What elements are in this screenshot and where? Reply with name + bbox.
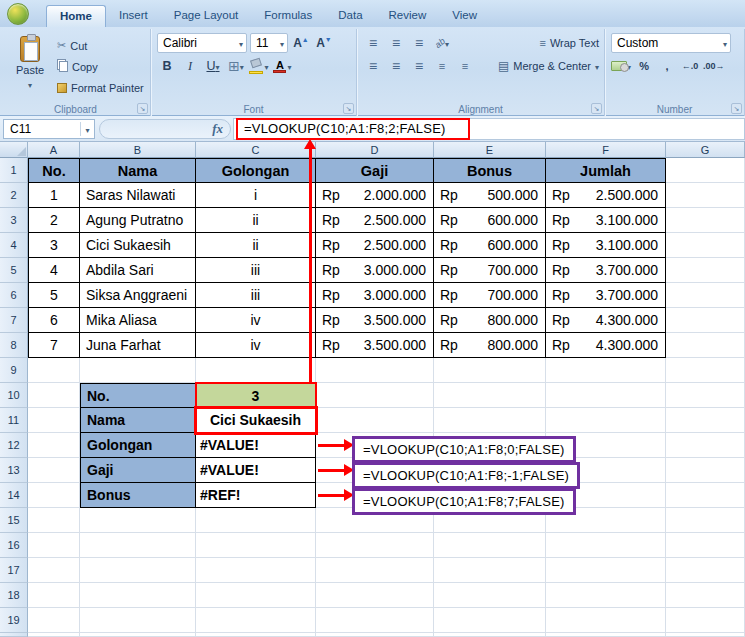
- cell-B2[interactable]: Saras Nilawati: [80, 183, 196, 208]
- cell-D5[interactable]: Rp3.000.000: [316, 258, 434, 283]
- cell-D11[interactable]: [316, 408, 434, 433]
- cell-D16[interactable]: [316, 533, 434, 558]
- cell-E11[interactable]: [434, 408, 546, 433]
- row-header-12[interactable]: 12: [0, 433, 28, 458]
- cell-F15[interactable]: [546, 508, 666, 533]
- tab-review[interactable]: Review: [376, 5, 440, 27]
- cell-F10[interactable]: [546, 383, 666, 408]
- cell-B17[interactable]: [80, 558, 196, 583]
- cell-C12[interactable]: #VALUE!: [196, 433, 316, 458]
- cell-C18[interactable]: [196, 583, 316, 608]
- cut-button[interactable]: Cut: [57, 36, 144, 55]
- align-right-button[interactable]: [409, 56, 429, 76]
- cell-A2[interactable]: 1: [28, 183, 80, 208]
- cell-E4[interactable]: Rp600.000: [434, 233, 546, 258]
- cell-B19[interactable]: [80, 608, 196, 633]
- cell-E15[interactable]: [434, 508, 546, 533]
- cell-C16[interactable]: [196, 533, 316, 558]
- cell-C19[interactable]: [196, 608, 316, 633]
- row-header-15[interactable]: 15: [0, 508, 28, 533]
- cell-F12[interactable]: [546, 433, 666, 458]
- cell-E5[interactable]: Rp700.000: [434, 258, 546, 283]
- cell-F18[interactable]: [546, 583, 666, 608]
- cell-B12[interactable]: Golongan: [80, 433, 196, 458]
- row-header-6[interactable]: 6: [0, 283, 28, 308]
- font-color-button[interactable]: A: [272, 56, 292, 76]
- office-button[interactable]: [7, 3, 29, 25]
- cell-D12[interactable]: [316, 433, 434, 458]
- cell-B11[interactable]: Nama: [80, 408, 196, 433]
- cell-D17[interactable]: [316, 558, 434, 583]
- accounting-format-button[interactable]: [611, 56, 631, 76]
- cell-E13[interactable]: [434, 458, 546, 483]
- row-header-3[interactable]: 3: [0, 208, 28, 233]
- wrap-text-button[interactable]: Wrap Text: [539, 34, 599, 53]
- merge-center-button[interactable]: Merge & Center: [498, 57, 599, 76]
- cell-D4[interactable]: Rp2.500.000: [316, 233, 434, 258]
- cell-D18[interactable]: [316, 583, 434, 608]
- cell-B5[interactable]: Abdila Sari: [80, 258, 196, 283]
- cell-E7[interactable]: Rp800.000: [434, 308, 546, 333]
- cell-G18[interactable]: [666, 583, 745, 608]
- cell-D7[interactable]: Rp3.500.000: [316, 308, 434, 333]
- cell-D6[interactable]: Rp3.000.000: [316, 283, 434, 308]
- cell-B14[interactable]: Bonus: [80, 483, 196, 508]
- cell-G7[interactable]: [666, 308, 745, 333]
- row-header-16[interactable]: 16: [0, 533, 28, 558]
- tab-insert[interactable]: Insert: [106, 5, 161, 27]
- cell-B10[interactable]: No.: [80, 383, 196, 408]
- cell-B16[interactable]: [80, 533, 196, 558]
- cell-E9[interactable]: [434, 358, 546, 383]
- cell-C13[interactable]: #VALUE!: [196, 458, 316, 483]
- cell-C10[interactable]: 3: [196, 383, 316, 408]
- row-header-19[interactable]: 19: [0, 608, 28, 633]
- bold-button[interactable]: B: [157, 56, 177, 76]
- cell-C1[interactable]: Golongan: [196, 158, 316, 183]
- column-header-A[interactable]: A: [28, 142, 80, 158]
- cell-G3[interactable]: [666, 208, 745, 233]
- column-header-C[interactable]: C: [196, 142, 316, 158]
- italic-button[interactable]: I: [180, 56, 200, 76]
- cell-A14[interactable]: [28, 483, 80, 508]
- tab-formulas[interactable]: Formulas: [251, 5, 325, 27]
- tab-home[interactable]: Home: [46, 5, 106, 27]
- row-header-5[interactable]: 5: [0, 258, 28, 283]
- row-header-9[interactable]: 9: [0, 358, 28, 383]
- cell-E1[interactable]: Bonus: [434, 158, 546, 183]
- column-header-B[interactable]: B: [80, 142, 196, 158]
- cell-D14[interactable]: [316, 483, 434, 508]
- cell-C14[interactable]: #REF!: [196, 483, 316, 508]
- cell-C7[interactable]: iv: [196, 308, 316, 333]
- cell-B20[interactable]: [80, 633, 196, 637]
- cell-E12[interactable]: [434, 433, 546, 458]
- row-header-7[interactable]: 7: [0, 308, 28, 333]
- cell-C11[interactable]: Cici Sukaesih: [196, 408, 316, 433]
- clipboard-dialog-launcher[interactable]: [137, 103, 148, 114]
- cell-G1[interactable]: [666, 158, 745, 183]
- cell-E10[interactable]: [434, 383, 546, 408]
- cell-B4[interactable]: Cici Sukaesih: [80, 233, 196, 258]
- cell-F17[interactable]: [546, 558, 666, 583]
- cell-B7[interactable]: Mika Aliasa: [80, 308, 196, 333]
- increase-indent-button[interactable]: [455, 56, 475, 76]
- cell-D19[interactable]: [316, 608, 434, 633]
- cell-A19[interactable]: [28, 608, 80, 633]
- increase-decimal-button[interactable]: ←.0: [680, 56, 700, 76]
- cell-C2[interactable]: i: [196, 183, 316, 208]
- cell-C15[interactable]: [196, 508, 316, 533]
- cell-F3[interactable]: Rp3.100.000: [546, 208, 666, 233]
- cell-C20[interactable]: [196, 633, 316, 637]
- cell-A3[interactable]: 2: [28, 208, 80, 233]
- cell-A16[interactable]: [28, 533, 80, 558]
- cell-B3[interactable]: Agung Putratno: [80, 208, 196, 233]
- cell-G19[interactable]: [666, 608, 745, 633]
- cell-A4[interactable]: 3: [28, 233, 80, 258]
- cell-D2[interactable]: Rp2.000.000: [316, 183, 434, 208]
- cell-E18[interactable]: [434, 583, 546, 608]
- cell-A10[interactable]: [28, 383, 80, 408]
- align-bottom-button[interactable]: [409, 33, 429, 53]
- cell-B18[interactable]: [80, 583, 196, 608]
- row-header-17[interactable]: 17: [0, 558, 28, 583]
- cell-D3[interactable]: Rp2.500.000: [316, 208, 434, 233]
- cell-F5[interactable]: Rp3.700.000: [546, 258, 666, 283]
